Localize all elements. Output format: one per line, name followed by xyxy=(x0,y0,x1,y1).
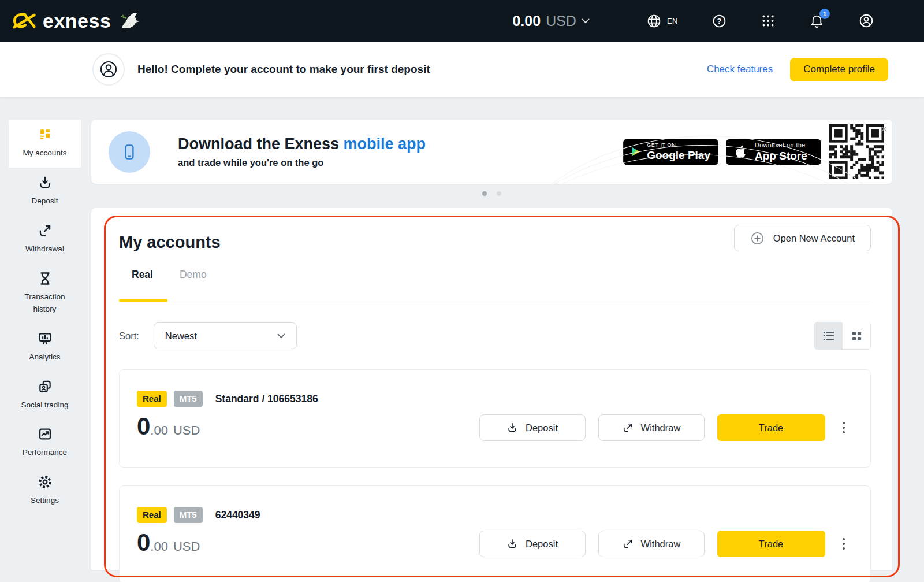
banner-title-highlight: mobile app xyxy=(344,135,426,153)
account-balance-dropdown[interactable]: 0.00 USD xyxy=(512,13,589,29)
sidebar-item-performance[interactable]: Performance xyxy=(9,419,81,467)
banner-title: Download the Exness mobile app xyxy=(178,135,426,153)
sidebar-item-deposit[interactable]: Deposit xyxy=(9,168,81,216)
help-icon: ? xyxy=(711,13,727,29)
help-button[interactable]: ? xyxy=(711,13,727,29)
close-icon[interactable]: × xyxy=(881,123,888,135)
trade-button[interactable]: Trade xyxy=(717,531,825,557)
sidebar-item-my-accounts[interactable]: My accounts xyxy=(9,120,81,168)
grid-view-icon xyxy=(851,331,862,342)
page-title: My accounts xyxy=(119,233,221,252)
plus-circle-icon xyxy=(750,231,765,246)
sort-select[interactable]: Newest xyxy=(154,322,297,349)
tab-demo[interactable]: Demo xyxy=(180,269,207,301)
accounts-icon xyxy=(38,127,53,142)
profile-banner: Hello! Complete your account to make you… xyxy=(0,42,924,97)
account-balance-frac: .00 xyxy=(150,423,168,438)
phone-icon-circle xyxy=(109,131,150,173)
deposit-label: Deposit xyxy=(526,539,558,550)
account-card: Real MT5 Standard / 106653186 0 .00 USD xyxy=(119,369,871,468)
apple-icon xyxy=(734,143,748,160)
open-new-account-label: Open New Account xyxy=(773,233,855,244)
sidebar-item-label: Social trading xyxy=(21,399,69,412)
carousel-dot[interactable] xyxy=(497,191,501,196)
withdraw-button[interactable]: Withdraw xyxy=(598,414,705,441)
chevron-down-icon xyxy=(582,18,590,24)
google-play-tagline: GET IT ON xyxy=(647,143,710,148)
language-selector[interactable]: EN xyxy=(646,13,678,29)
apps-grid-icon xyxy=(761,13,776,28)
deposit-button[interactable]: Deposit xyxy=(479,414,586,441)
analytics-icon xyxy=(38,331,53,346)
sidebar-item-label: Settings xyxy=(31,495,59,507)
exness-logo-icon xyxy=(12,10,37,31)
banner-title-prefix: Download the Exness xyxy=(178,135,344,153)
account-balance-currency: USD xyxy=(173,539,200,554)
dove-icon xyxy=(117,9,141,32)
performance-icon xyxy=(38,427,53,442)
platform-badge: MT5 xyxy=(174,507,203,523)
account-balance-currency: USD xyxy=(173,423,200,438)
deposit-icon xyxy=(506,538,518,550)
sidebar-item-analytics[interactable]: Analytics xyxy=(9,324,81,372)
account-tabs: Real Demo xyxy=(119,269,871,301)
view-toggle-group xyxy=(814,322,871,350)
sidebar-item-withdrawal[interactable]: Withdrawal xyxy=(9,216,81,264)
user-icon xyxy=(858,13,874,29)
account-name: 62440349 xyxy=(215,509,260,521)
tab-real[interactable]: Real xyxy=(132,269,153,301)
account-name: Standard / 106653186 xyxy=(215,393,318,405)
notification-badge: 1 xyxy=(819,9,830,19)
withdraw-button[interactable]: Withdraw xyxy=(598,531,705,557)
list-view-icon xyxy=(823,331,834,341)
trade-button[interactable]: Trade xyxy=(717,414,825,441)
account-options-menu[interactable] xyxy=(839,418,849,438)
chevron-down-icon xyxy=(277,333,285,339)
complete-profile-button[interactable]: Complete profile xyxy=(790,58,888,81)
app-store-badge[interactable]: Download on the App Store xyxy=(726,139,821,165)
carousel-dot-active[interactable] xyxy=(482,191,487,196)
account-balance-int: 0 xyxy=(137,413,150,440)
withdraw-icon xyxy=(622,538,634,550)
sidebar-item-transaction-history[interactable]: Transaction history xyxy=(9,264,81,324)
deposit-icon xyxy=(38,175,53,190)
greeting-text: Hello! Complete your account to make you… xyxy=(137,63,430,76)
notifications-button[interactable]: 1 xyxy=(809,13,825,29)
language-code: EN xyxy=(667,17,678,25)
mobile-app-banner: Download the Exness mobile app and trade… xyxy=(91,120,892,184)
list-view-toggle[interactable] xyxy=(815,322,843,349)
sidebar-item-label: Deposit xyxy=(32,195,58,207)
apps-menu-button[interactable] xyxy=(761,13,776,28)
account-type-badge: Real xyxy=(137,507,167,523)
open-new-account-button[interactable]: Open New Account xyxy=(734,225,871,251)
balance-currency: USD xyxy=(546,13,576,29)
app-store-tagline: Download on the xyxy=(755,142,807,149)
sidebar-item-label: Performance xyxy=(23,447,67,459)
qr-code-wrap xyxy=(829,124,884,179)
qr-code xyxy=(829,124,884,179)
account-type-badge: Real xyxy=(137,391,167,407)
balance-amount: 0.00 xyxy=(512,13,541,29)
grid-view-toggle[interactable] xyxy=(843,322,870,349)
sidebar-item-label: My accounts xyxy=(23,147,67,160)
active-tab-indicator xyxy=(119,299,167,302)
account-balance-int: 0 xyxy=(137,529,150,557)
sidebar-item-social-trading[interactable]: Social trading xyxy=(9,372,81,420)
sidebar-item-label: Analytics xyxy=(29,351,60,364)
exness-logo[interactable]: exness xyxy=(12,9,141,32)
account-card: Real MT5 62440349 0 .00 USD Deposit xyxy=(119,485,871,582)
google-play-badge[interactable]: GET IT ON Google Play xyxy=(623,139,718,165)
banner-subtitle: and trade while you're on the go xyxy=(178,157,426,168)
sort-label: Sort: xyxy=(119,331,139,342)
sidebar-item-settings[interactable]: Settings xyxy=(9,467,81,515)
withdraw-icon xyxy=(622,422,634,433)
social-icon xyxy=(38,379,53,394)
sidebar-item-label: Withdrawal xyxy=(25,243,64,255)
account-options-menu[interactable] xyxy=(839,535,849,554)
carousel-dots xyxy=(91,191,892,196)
deposit-button[interactable]: Deposit xyxy=(479,531,586,557)
check-features-link[interactable]: Check features xyxy=(707,64,773,75)
platform-badge: MT5 xyxy=(174,391,203,407)
profile-button[interactable] xyxy=(858,13,874,29)
withdrawal-icon xyxy=(38,223,53,238)
